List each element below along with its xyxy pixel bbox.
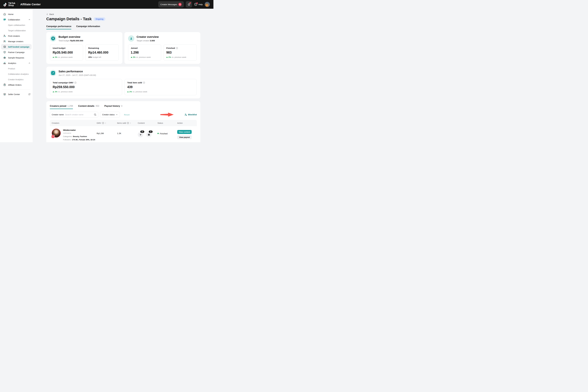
remaining-budget-box: Remaining Rp14.460.000 29% budget left [86, 44, 119, 61]
table-header: Creators GMV ? Items sold ? Content Stat… [50, 120, 197, 126]
creator-status-select[interactable]: Creator status [100, 112, 120, 118]
sample-requests-icon [3, 56, 6, 59]
tab-content-details[interactable]: Content details 350 [78, 105, 99, 109]
sidebar-item-analytics[interactable]: Analytics [0, 60, 33, 66]
help-circle-icon[interactable]: ? [74, 82, 77, 84]
total-items-label-row: Total item sold ? [127, 82, 194, 84]
chevron-left-icon [46, 13, 48, 15]
sidebar-item-label: Analytics [8, 62, 16, 64]
sidebar-item-self-funded-campaign[interactable]: Self-funded campaign [1, 44, 32, 50]
sidebar: Home Collaboration Open collaboartion Ta… [0, 9, 33, 142]
sidebar-item-find-creators[interactable]: Find creators [0, 33, 33, 38]
blocklist-icon [184, 114, 187, 116]
sidebar-item-affiliate-orders[interactable]: Affiliate Orders [0, 82, 33, 88]
blocklist-button[interactable]: Blocklist [184, 114, 197, 116]
sidebar-item-creator-analytics[interactable]: Creator Analytics [0, 77, 33, 82]
notification-dot [189, 2, 191, 4]
remaining-note: 29% budget left [88, 56, 116, 58]
budget-subtitle-label: Total budget [59, 40, 70, 42]
help-circle-icon[interactable]: ? [176, 47, 178, 49]
search-icon[interactable] [94, 114, 96, 116]
tab-campaign-information[interactable]: Campaign information [76, 25, 100, 29]
account-avatar[interactable] [205, 2, 210, 7]
back-button[interactable]: Back [46, 13, 54, 15]
creator-overview-title: Creator overview [137, 35, 159, 38]
svg-text:?: ? [103, 122, 103, 124]
sidebar-item-collaboration-analytics[interactable]: Collaboration Analytics [0, 71, 33, 77]
annotation-arrow [160, 112, 174, 117]
budget-title: Budget overview [59, 35, 83, 38]
col-action: Action [177, 122, 195, 124]
chevron-down-icon [116, 114, 118, 116]
help-circle-icon[interactable]: ? [102, 122, 104, 124]
reset-button[interactable]: Reset [124, 114, 130, 116]
up-triangle-icon [127, 91, 129, 92]
used-budget-delta: 2% vs. previous week [53, 56, 80, 58]
chevron-up-icon [28, 18, 31, 21]
sidebar-item-label: Seller Center [8, 93, 20, 96]
payout-history-count: 4 [121, 105, 122, 107]
creator-overview-icon [128, 35, 134, 42]
svg-text:?: ? [195, 4, 196, 5]
creator-followers: Followers: 174.4K, Female 30%, 18-24 [63, 139, 95, 141]
row-content: 20 LIVE 11 [138, 129, 157, 141]
tab-payout-history[interactable]: Payout history 4 [104, 105, 122, 109]
creator-username[interactable]: tiktokcreator [63, 129, 95, 131]
sort-icon[interactable] [130, 122, 131, 124]
sidebar-item-sample-requests[interactable]: Sample Requests [0, 55, 33, 60]
notifications-button[interactable] [186, 1, 192, 8]
help-circle-icon[interactable]: ? [127, 122, 129, 124]
creators-table: Creators GMV ? Items sold ? Content Stat… [50, 120, 197, 141]
self-funded-campaign-icon [3, 46, 6, 48]
tiktok-shop-logo[interactable]: TikTok Shop [4, 2, 15, 6]
view-content-button[interactable]: View content [177, 130, 192, 134]
sidebar-item-manage-creators[interactable]: Manage creators [0, 38, 33, 44]
sidebar-item-product[interactable]: Product [0, 66, 33, 71]
row-actions: View content View payout [177, 129, 195, 141]
tab-campaign-performance[interactable]: Campaign performance [46, 25, 71, 29]
help-button[interactable]: ? Help [194, 3, 203, 6]
sidebar-item-partner-campaign[interactable]: Partner Campaign [0, 50, 33, 55]
up-triangle-icon [53, 91, 54, 92]
sidebar-item-label: Home [8, 13, 14, 15]
svg-text:?: ? [177, 48, 177, 49]
tab-creators-joined[interactable]: Creators joined 1,298 [50, 105, 73, 109]
creator-stats-badge-icon [51, 135, 55, 138]
creator-messages-button[interactable]: Creator Messages 8 [158, 1, 184, 8]
row-items-sold: 1.2K [117, 129, 138, 141]
help-circle-icon[interactable]: ? [143, 82, 145, 84]
page-tabs: Campaign performance Campaign informatio… [46, 25, 200, 29]
sort-icon[interactable] [105, 122, 106, 124]
sidebar-item-label: Partner Campaign [8, 51, 25, 54]
sidebar-item-collaboration[interactable]: Collaboration [0, 17, 33, 22]
sidebar-item-seller-center[interactable]: Seller Center [0, 92, 33, 97]
up-triangle-icon [53, 56, 54, 58]
creator-cell[interactable]: tiktokcreator nickname Categories: Beaut… [52, 129, 97, 141]
col-items-sold[interactable]: Items sold ? [117, 122, 138, 124]
sidebar-item-label: Target collaboration [8, 29, 26, 32]
sidebar-item-open-collaboration[interactable]: Open collaboartion [0, 22, 33, 28]
creator-overview-card: Creator overview Target creator 3.000 Jo… [124, 32, 200, 64]
total-items-value: 439 [127, 85, 194, 89]
total-gmv-label-row: Total campaign GMV ? [53, 82, 119, 84]
col-creators: Creators [52, 122, 97, 124]
creator-messages-label: Creator Messages [160, 3, 177, 6]
search-input[interactable] [65, 114, 93, 116]
creator-name-label: Creator name [52, 114, 64, 116]
col-gmv[interactable]: GMV ? [97, 122, 117, 124]
creator-name-search[interactable]: Creator name [50, 112, 98, 118]
used-budget-box: Used budget Rp35.540.000 2% vs. previous… [50, 44, 83, 61]
finished-delta: 2% vs. previous week [166, 56, 194, 58]
sidebar-item-label: Collaboration Analytics [8, 73, 29, 75]
logo-wordmark: TikTok Shop [8, 2, 15, 6]
svg-text:?: ? [75, 82, 76, 83]
up-triangle-icon [166, 56, 168, 58]
collaboration-icon [3, 18, 6, 21]
finished-label-row: Finished ? [166, 47, 194, 49]
sidebar-item-target-collaboration[interactable]: Target collaboration [0, 28, 33, 33]
view-payout-button[interactable]: View payout [177, 135, 192, 139]
sidebar-item-home[interactable]: Home [0, 12, 33, 17]
status-badge: Ongoing [94, 17, 105, 21]
back-label: Back [49, 13, 54, 15]
chevron-up-icon [28, 62, 31, 64]
